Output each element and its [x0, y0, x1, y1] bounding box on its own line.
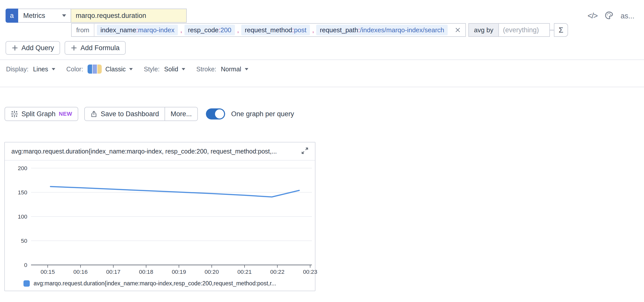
svg-text:00:15: 00:15 [41, 269, 55, 275]
svg-text:00:22: 00:22 [270, 269, 284, 275]
filter-tags: index_name:marqo-index , resp_code:200 ,… [94, 25, 450, 35]
style-label: Style: [144, 66, 160, 73]
filter-colon: : [136, 26, 138, 34]
legend-series-label: avg:marqo.request.duration{index_name:ma… [34, 280, 276, 287]
filter-key: request_method [245, 26, 292, 34]
metric-name-input[interactable] [71, 9, 187, 23]
plus-icon [71, 45, 77, 51]
svg-text:00:19: 00:19 [172, 269, 186, 275]
filter-key: request_path [320, 26, 358, 34]
filter-tag[interactable]: index_name:marqo-index [97, 25, 178, 35]
plus-icon [12, 45, 18, 51]
svg-text:00:21: 00:21 [237, 269, 252, 275]
add-formula-button[interactable]: Add Formula [65, 41, 126, 55]
svg-text:00:16: 00:16 [73, 269, 88, 275]
new-badge: NEW [59, 111, 72, 117]
connector-line [550, 30, 554, 31]
filter-colon: : [292, 26, 294, 34]
display-type-value: Lines [33, 66, 48, 73]
filter-key: resp_code [188, 26, 219, 34]
one-graph-per-query-label: One graph per query [231, 110, 294, 118]
filter-colon: : [358, 26, 360, 34]
color-scheme-select[interactable]: Classic [105, 66, 133, 73]
data-source-label: Metrics [23, 12, 45, 20]
graph-title-row: avg:marqo.request.duration{index_name:ma… [5, 142, 315, 161]
save-to-dashboard-label: Save to Dashboard [101, 110, 159, 118]
palette-icon[interactable] [604, 11, 613, 21]
filter-tag[interactable]: request_path:/indexes/marqo-index/search [316, 25, 448, 35]
more-label: More... [171, 110, 192, 118]
query-actions: </> as... [587, 10, 634, 22]
filter-value: marqo-index [138, 26, 175, 34]
chart-legend: avg:marqo.request.duration{index_name:ma… [5, 276, 315, 291]
svg-text:150: 150 [18, 189, 27, 196]
svg-text:0: 0 [24, 262, 27, 268]
query-letter-badge: a [6, 9, 18, 23]
svg-text:100: 100 [18, 214, 27, 220]
filter-value: 200 [220, 26, 231, 34]
graph-toolbar: Split Graph NEW Save to Dashboard More..… [5, 107, 294, 121]
svg-text:00:17: 00:17 [106, 269, 120, 275]
svg-text:00:23: 00:23 [303, 269, 317, 275]
chevron-down-icon [245, 68, 248, 70]
color-label: Color: [66, 66, 83, 73]
divider [0, 59, 644, 60]
split-graph-label: Split Graph [21, 110, 56, 118]
style-value: Solid [164, 66, 178, 73]
filter-comma: , [310, 26, 316, 34]
save-to-dashboard-button[interactable]: Save to Dashboard [85, 107, 165, 120]
add-query-label: Add Query [21, 44, 54, 52]
color-palette-swatch[interactable] [88, 65, 102, 74]
group-by-input[interactable] [499, 24, 549, 36]
split-graph-icon [11, 110, 18, 118]
add-formula-label: Add Formula [80, 44, 120, 52]
filter-row: from index_name:marqo-index , resp_code:… [71, 23, 568, 37]
filter-value: /indexes/marqo-index/search [360, 26, 444, 34]
chevron-down-icon [182, 68, 185, 70]
style-select[interactable]: Solid [164, 66, 185, 73]
save-more-button-group: Save to Dashboard More... [84, 107, 198, 121]
filter-key: index_name [100, 26, 136, 34]
stroke-label: Stroke: [196, 66, 216, 73]
display-options-row: Display: Lines Color: Classic Style: Sol… [6, 63, 259, 75]
fullscreen-icon [300, 146, 309, 155]
as-button[interactable]: as... [621, 12, 634, 20]
chevron-down-icon [52, 68, 55, 70]
aggregator-select[interactable]: avg by [469, 24, 499, 36]
more-button[interactable]: More... [165, 107, 197, 120]
export-icon [90, 110, 97, 117]
divider [0, 87, 644, 87]
svg-text:00:20: 00:20 [205, 269, 219, 275]
query-builder-row: a Metrics [6, 9, 187, 23]
stroke-select[interactable]: Normal [221, 66, 248, 73]
split-graph-button[interactable]: Split Graph NEW [5, 107, 78, 121]
filter-value: post [294, 26, 306, 34]
one-graph-per-query-toggle[interactable] [206, 108, 225, 119]
stroke-value: Normal [221, 66, 241, 73]
display-label: Display: [6, 66, 29, 73]
sigma-function-button[interactable]: Σ [554, 23, 568, 37]
legend-color-swatch[interactable] [23, 280, 30, 287]
metrics-explorer-page: a Metrics </> as... from index_name:marq… [0, 0, 644, 302]
add-buttons-row: Add Query Add Formula [6, 41, 126, 55]
clear-filters-button[interactable] [450, 26, 465, 34]
filter-tag[interactable]: resp_code:200 [184, 25, 235, 35]
filter-comma: , [178, 26, 184, 34]
line-chart[interactable]: 05010015020000:1500:1600:1700:1800:1900:… [5, 161, 316, 276]
expand-graph-button[interactable] [300, 146, 309, 156]
graph-title: avg:marqo.request.duration{index_name:ma… [11, 148, 300, 155]
filter-tag[interactable]: request_method:post [241, 25, 310, 35]
add-query-button[interactable]: Add Query [6, 41, 60, 55]
close-icon [454, 26, 461, 34]
aggregation-group: avg by [468, 23, 550, 37]
from-label: from [72, 24, 94, 36]
data-source-select[interactable]: Metrics [18, 9, 71, 23]
svg-text:50: 50 [21, 238, 27, 244]
display-type-select[interactable]: Lines [33, 66, 55, 73]
filter-comma: , [235, 26, 241, 34]
filter-colon: : [219, 26, 220, 34]
code-icon[interactable]: </> [587, 11, 597, 20]
filter-container: from index_name:marqo-index , resp_code:… [71, 23, 466, 37]
color-scheme-value: Classic [105, 66, 126, 73]
toggle-knob [215, 109, 224, 118]
